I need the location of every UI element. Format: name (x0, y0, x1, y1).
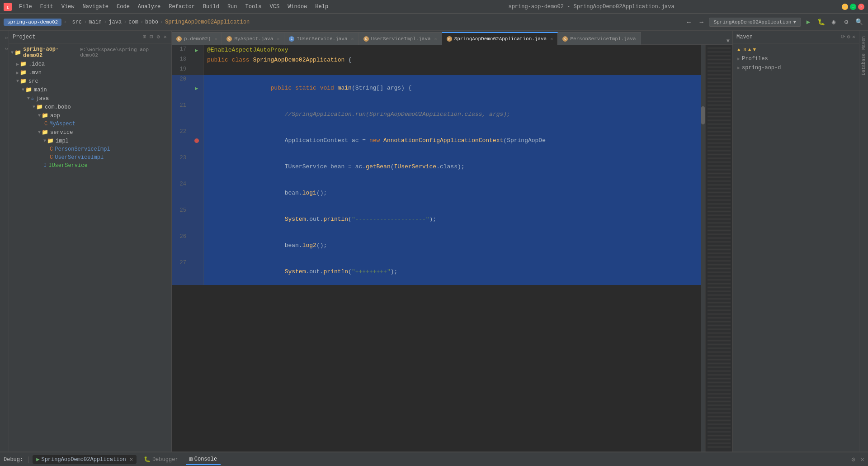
profiles-row[interactable]: ▶ Profiles (735, 54, 857, 63)
breakpoint-22[interactable] (194, 138, 199, 143)
gutter-20[interactable]: ▶ (190, 75, 203, 101)
tab-overflow[interactable]: ▼ (724, 38, 732, 45)
menu-run[interactable]: Run (224, 3, 241, 11)
tab-pdemo02[interactable]: C p-demo02) ✕ (172, 32, 222, 45)
line-text-24: bean.log1(); (203, 180, 701, 206)
menu-refactor[interactable]: Refactor (165, 3, 198, 11)
tab-close-pdemo02[interactable]: ✕ (214, 36, 217, 42)
console-tab[interactable]: ▥ Console (186, 454, 221, 465)
tree-mvn[interactable]: ▶ 📁 .mvn (9, 68, 171, 77)
menu-vcs[interactable]: VCS (266, 3, 283, 11)
menu-window[interactable]: Window (284, 3, 311, 11)
settings-panel-icon[interactable]: ⚙ (156, 33, 161, 41)
run-config-selector[interactable]: SpringAopDemo02Application ▼ (709, 18, 801, 27)
scrollbar-thumb[interactable] (701, 106, 705, 124)
collapse-all-icon[interactable]: ⊟ (149, 33, 154, 41)
tree-personserviceimpl[interactable]: C PersonServiceImpl (9, 145, 171, 153)
debug-panel: Debug: ▶ SpringAopDemo02Application ✕ 🐛 … (0, 452, 868, 466)
debug-tab-session[interactable]: ▶ SpringAopDemo02Application ✕ (33, 455, 137, 464)
minimize-button[interactable]: ─ (842, 4, 848, 10)
bc-class[interactable]: SpringAopDemo02Application (165, 19, 250, 25)
tab-myaspect[interactable]: C MyAspect.java ✕ (222, 32, 284, 45)
tree-aop[interactable]: ▼ 📁 aop (9, 111, 171, 120)
project-expand-arrow: ▶ (737, 65, 740, 71)
tree-combobo[interactable]: ▼ 📁 com.bobo (9, 103, 171, 111)
menu-bar: File Edit View Navigate Code Analyze Ref… (15, 3, 332, 11)
tab-iuserservice[interactable]: I IUserService.java ✕ (284, 32, 359, 45)
forward-button[interactable]: → (696, 17, 707, 28)
tree-src[interactable]: ▼ 📁 src (9, 77, 171, 86)
tree-iuserservice[interactable]: I IUserService (9, 162, 171, 170)
menu-build[interactable]: Build (199, 3, 223, 11)
debug-button[interactable]: 🐛 (816, 17, 826, 28)
project-row[interactable]: ▶ spring-aop-d (735, 63, 857, 72)
tab-springaop[interactable]: C SpringAopDemo02Application.java ✕ (442, 32, 558, 45)
search-everywhere-button[interactable]: 🔍 (854, 17, 864, 28)
profiles-section: ▲ 3 ▲ ▼ ▶ Profiles ▶ spring-aop-d (733, 43, 859, 74)
line-num-26: 26 (172, 233, 190, 259)
tree-myaspect[interactable]: C MyAspect (9, 120, 171, 128)
bc-bobo[interactable]: bobo (145, 19, 158, 25)
menu-navigate[interactable]: Navigate (79, 3, 112, 11)
tree-main[interactable]: ▼ 📁 main (9, 86, 171, 94)
tab-close-myaspect[interactable]: ✕ (277, 36, 279, 42)
bc-main[interactable]: main (89, 19, 102, 25)
menu-analyze[interactable]: Analyze (134, 3, 164, 11)
menu-file[interactable]: File (15, 3, 36, 11)
settings-button[interactable]: ⚙ (841, 17, 852, 28)
tab-label-personserviceimpl: PersonServiceImpl.java (570, 36, 636, 42)
database-side-label[interactable]: Database (860, 52, 867, 77)
bc-java[interactable]: java (108, 19, 122, 25)
tree-impl[interactable]: ▼ 📁 impl (9, 137, 171, 145)
tab-close-userserviceimpl[interactable]: ✕ (434, 36, 437, 42)
debugger-tab[interactable]: 🐛 Debugger (140, 454, 182, 465)
maven-close-icon[interactable]: ✕ (852, 33, 855, 40)
bc-com[interactable]: com (128, 19, 138, 25)
gutter-26 (190, 233, 203, 259)
tree-idea[interactable]: ▶ 📁 .idea (9, 60, 171, 68)
gutter-22[interactable] (190, 128, 203, 154)
expand-all-icon[interactable]: ⊞ (142, 33, 147, 41)
gutter-17[interactable]: ▶ (190, 45, 203, 55)
code-content[interactable]: 17 ▶ @EnableAspectJAutoProxy 18 public c… (172, 45, 732, 452)
tab-close-iuserservice[interactable]: ✕ (351, 36, 354, 42)
maximize-button[interactable]: □ (850, 4, 856, 10)
warning-arrow-up[interactable]: ▲ (748, 47, 751, 52)
back-button[interactable]: ← (684, 17, 694, 28)
structure-icon[interactable]: 2 (1, 45, 8, 52)
tree-root[interactable]: ▼ 📁 spring-aop-demo02 E:\workspace\sprin… (9, 45, 171, 60)
run-arrow-17: ▶ (195, 47, 198, 54)
maven-settings-icon[interactable]: ⚙ (847, 33, 850, 40)
tree-userserviceimpl[interactable]: C UserServiceImpl (9, 153, 171, 162)
tab-userserviceimpl[interactable]: C UserServiceImpl.java ✕ (359, 32, 442, 45)
tree-java[interactable]: ▼ ☕ java (9, 94, 171, 103)
run-coverage-button[interactable]: ◉ (828, 17, 839, 28)
menu-view[interactable]: View (58, 3, 78, 11)
maven-refresh-icon[interactable]: ⟳ (841, 33, 845, 40)
tab-personserviceimpl[interactable]: C PersonServiceImpl.java (558, 32, 641, 45)
editor-area: C p-demo02) ✕ C MyAspect.java ✕ I IUserS… (172, 31, 732, 452)
close-panel-icon[interactable]: ✕ (163, 33, 168, 41)
bc-src[interactable]: src (72, 19, 82, 25)
maven-side-label[interactable]: Maven (860, 34, 867, 52)
resume-button[interactable]: ▶ (2, 464, 12, 466)
warning-arrow-down[interactable]: ▼ (753, 47, 756, 52)
code-minimap (705, 45, 732, 452)
project-icon[interactable]: 1 (1, 34, 8, 42)
menu-edit[interactable]: Edit (37, 3, 57, 11)
file-tabs: C p-demo02) ✕ C MyAspect.java ✕ I IUserS… (172, 31, 732, 45)
debug-session-close[interactable]: ✕ (130, 456, 133, 463)
tree-service[interactable]: ▼ 📁 service (9, 128, 171, 137)
code-scrollbar[interactable] (701, 45, 705, 452)
run-button[interactable]: ▶ (803, 17, 814, 28)
menu-help[interactable]: Help (311, 3, 332, 11)
project-badge[interactable]: spring-aop-demo02 (4, 19, 61, 26)
line-text-22: ApplicationContext ac = new AnnotationCo… (203, 128, 701, 154)
menu-tools[interactable]: Tools (242, 3, 265, 11)
close-button[interactable]: ✕ (858, 4, 864, 10)
code-scroll-area[interactable]: 17 ▶ @EnableAspectJAutoProxy 18 public c… (172, 45, 701, 452)
debug-settings-icon[interactable]: ⚙ (851, 456, 855, 463)
debug-close-icon[interactable]: ✕ (861, 456, 864, 463)
tab-close-springaop[interactable]: ✕ (550, 36, 553, 42)
menu-code[interactable]: Code (113, 3, 133, 11)
